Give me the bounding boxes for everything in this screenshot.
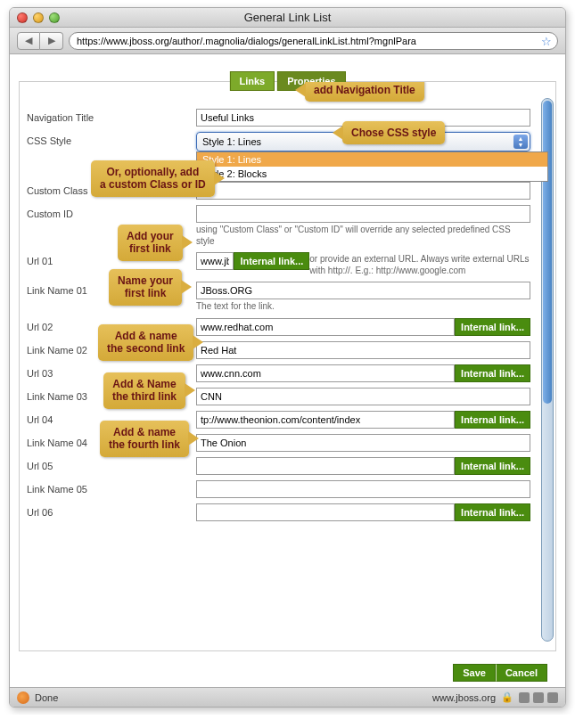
internal-link-button-06[interactable]: Internal link... <box>455 503 530 521</box>
browser-window: General Link List ◀ ▶ https://www.jboss.… <box>9 7 566 708</box>
row-css-style: CSS Style Style 1: Lines ▲▼ Style 1: Lin… <box>27 132 548 151</box>
forward-button[interactable]: ▶ <box>40 32 63 50</box>
window-title: General Link List <box>10 11 565 24</box>
url-02-field[interactable] <box>196 318 455 336</box>
select-arrows-icon: ▲▼ <box>513 135 528 149</box>
footer-buttons: Save Cancel <box>453 664 547 682</box>
browser-toolbar: ◀ ▶ https://www.jboss.org/author/.magnol… <box>10 28 565 54</box>
firefox-icon <box>17 691 29 704</box>
ln-01-field[interactable] <box>196 282 530 299</box>
internal-link-button-02[interactable]: Internal link... <box>455 318 530 336</box>
status-icon-1[interactable] <box>519 692 530 703</box>
css-option-2[interactable]: Style 2: Blocks <box>197 167 547 181</box>
callout-row04: Add & namethe fourth link <box>100 421 189 457</box>
save-button[interactable]: Save <box>453 664 496 682</box>
ln-04-field[interactable] <box>196 434 530 452</box>
url-06-field[interactable] <box>196 503 455 521</box>
internal-link-button-01[interactable]: Internal link... <box>234 252 309 270</box>
row-url-01: Url 01 Internal link... or provide an ex… <box>27 252 548 276</box>
row-nav-title: Navigation Title <box>27 109 548 127</box>
url-04-field[interactable] <box>196 411 455 429</box>
row-url-05: Url 05 Internal link... <box>27 457 548 475</box>
custom-id-field[interactable] <box>196 205 530 223</box>
nav-buttons: ◀ ▶ <box>17 32 63 50</box>
status-icon-2[interactable] <box>533 692 544 703</box>
cancel-button[interactable]: Cancel <box>496 664 547 682</box>
css-style-selected: Style 1: Lines <box>202 136 261 147</box>
statusbar: Done www.jboss.org 🔒 <box>10 687 565 707</box>
callout-ln01: Name yourfirst link <box>109 269 182 306</box>
row-custom-id: Custom ID using "Custom Class" or "Custo… <box>27 205 548 247</box>
help-url: or provide an external URL. Always write… <box>309 254 530 276</box>
css-option-1[interactable]: Style 1: Lines <box>197 152 547 167</box>
callout-css-style: Chose CSS style <box>342 121 445 144</box>
css-style-dropdown: Style 1: Lines Style 2: Blocks <box>196 151 548 182</box>
internal-link-button-03[interactable]: Internal link... <box>455 364 530 382</box>
url-03-field[interactable] <box>196 364 455 382</box>
ln-02-field[interactable] <box>196 341 530 359</box>
callout-row03: Add & Namethe third link <box>103 372 185 409</box>
internal-link-button-05[interactable]: Internal link... <box>455 457 530 475</box>
help-custom-id: using "Custom Class" or "Custom ID" will… <box>196 225 530 247</box>
internal-link-button-04[interactable]: Internal link... <box>455 411 530 429</box>
url-01-field[interactable] <box>196 252 234 270</box>
help-linkname: The text for the link. <box>196 301 530 313</box>
status-text: Done <box>35 692 58 703</box>
lock-icon: 🔒 <box>501 691 513 703</box>
label-url-05: Url 05 <box>27 457 196 471</box>
row-ln-01: Link Name 01 The text for the link. <box>27 282 548 313</box>
titlebar: General Link List <box>10 8 565 28</box>
dialog-panel: Links Properties Navigation Title CSS St… <box>19 81 556 651</box>
row-url-06: Url 06 Internal link... <box>27 503 548 521</box>
callout-url01: Add yourfirst link <box>118 225 183 261</box>
bookmark-star-icon[interactable]: ☆ <box>541 35 554 47</box>
callout-custom-class: Or, optionally, adda custom Class or ID <box>91 160 215 197</box>
label-nav-title: Navigation Title <box>27 109 196 123</box>
ln-05-field[interactable] <box>196 480 530 498</box>
label-ln-05: Link Name 05 <box>27 480 196 495</box>
url-text: https://www.jboss.org/author/.magnolia/d… <box>77 36 541 46</box>
url-05-field[interactable] <box>196 457 455 475</box>
callout-row02: Add & namethe second link <box>98 324 193 361</box>
label-url-06: Url 06 <box>27 503 196 518</box>
label-custom-id: Custom ID <box>27 205 196 219</box>
status-icon-3[interactable] <box>547 692 558 703</box>
row-ln-05: Link Name 05 <box>27 480 548 498</box>
status-domain: www.jboss.org <box>432 692 496 703</box>
ln-03-field[interactable] <box>196 388 530 405</box>
form: Navigation Title CSS Style Style 1: Line… <box>20 82 555 650</box>
url-bar[interactable]: https://www.jboss.org/author/.magnolia/d… <box>69 32 558 50</box>
page-content: Links Properties Navigation Title CSS St… <box>10 54 565 687</box>
back-button[interactable]: ◀ <box>17 32 40 50</box>
callout-nav-title: add Navigation Title <box>305 82 424 102</box>
label-css-style: CSS Style <box>27 132 196 146</box>
custom-class-field[interactable] <box>196 182 530 200</box>
